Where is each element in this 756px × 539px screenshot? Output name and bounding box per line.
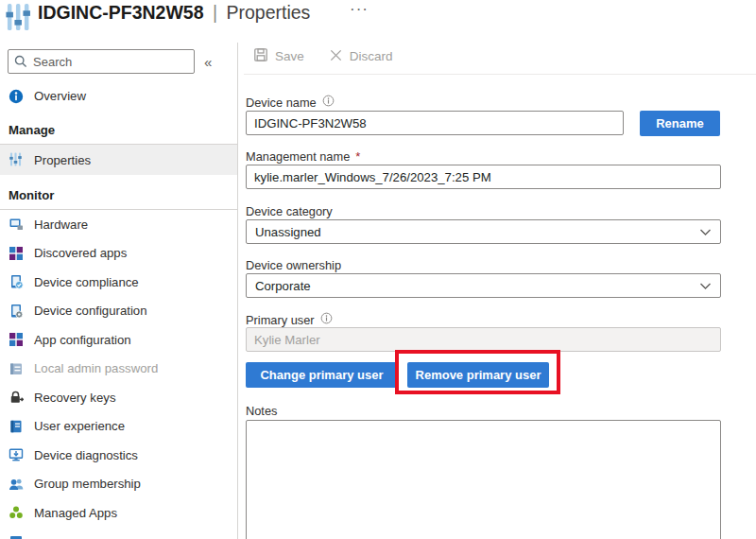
sidebar-item-properties[interactable]: Properties bbox=[0, 145, 237, 175]
sidebar-item-group-membership[interactable]: Group membership bbox=[0, 470, 237, 499]
sidebar-item-label: Discovered apps bbox=[34, 246, 127, 260]
sidebar-item-managed-apps[interactable]: Managed Apps bbox=[0, 498, 237, 528]
sliders-icon bbox=[9, 152, 24, 167]
change-primary-user-button[interactable]: Change primary user bbox=[246, 362, 398, 388]
sidebar-section-manage: Manage bbox=[0, 118, 237, 141]
device-category-value: Unassigned bbox=[255, 225, 321, 239]
sidebar: « Overview Manage bbox=[0, 43, 238, 539]
remove-primary-user-button[interactable]: Remove primary user bbox=[407, 362, 549, 388]
notes-label: Notes bbox=[246, 404, 277, 418]
save-button[interactable]: Save bbox=[253, 47, 304, 65]
management-name-label: Management name * bbox=[246, 149, 360, 164]
sidebar-item-local-admin-password[interactable]: Local admin password bbox=[0, 355, 237, 384]
discard-button[interactable]: Discard bbox=[329, 48, 393, 65]
device-category-label: Device category bbox=[246, 204, 333, 218]
page-title-separator: | bbox=[209, 2, 221, 23]
command-bar: Save Discard bbox=[253, 47, 393, 65]
info-tooltip-icon[interactable] bbox=[322, 95, 335, 110]
sidebar-section-monitor: Monitor bbox=[0, 183, 237, 206]
sidebar-item-hardware[interactable]: Hardware bbox=[0, 210, 237, 239]
notes-textarea[interactable] bbox=[246, 420, 721, 539]
close-icon bbox=[329, 48, 343, 65]
sidebar-item-label: App configuration bbox=[34, 333, 131, 347]
management-name-input[interactable] bbox=[246, 165, 721, 189]
device-ownership-label: Device ownership bbox=[246, 258, 341, 272]
sidebar-item-label: Properties bbox=[34, 153, 91, 167]
info-icon bbox=[9, 89, 24, 104]
chevron-down-icon bbox=[699, 225, 712, 239]
device-properties-page: IDGINC-PF3N2W58 | Properties ··· « bbox=[0, 0, 756, 539]
divider bbox=[244, 74, 756, 75]
device-configuration-icon bbox=[9, 304, 24, 319]
people-icon bbox=[9, 477, 24, 492]
sidebar-item-label: Local admin password bbox=[34, 361, 158, 375]
sidebar-item-overview[interactable]: Overview bbox=[0, 82, 237, 110]
search-input[interactable] bbox=[8, 49, 195, 74]
search-icon bbox=[13, 54, 28, 73]
password-icon bbox=[9, 361, 24, 376]
device-compliance-icon bbox=[9, 274, 24, 289]
sidebar-item-label: Managed Apps bbox=[34, 506, 117, 520]
managed-apps-icon bbox=[9, 505, 24, 520]
sidebar-item-label: User experience bbox=[34, 419, 125, 433]
partial-icon bbox=[9, 534, 24, 539]
sidebar-item-label: Recovery keys bbox=[34, 391, 115, 405]
sidebar-item-partial[interactable] bbox=[0, 528, 237, 539]
chevron-down-icon bbox=[699, 279, 712, 293]
notebook-icon bbox=[9, 419, 24, 434]
sidebar-item-label: Group membership bbox=[34, 477, 141, 491]
sidebar-item-recovery-keys[interactable]: Recovery keys bbox=[0, 383, 237, 412]
diagnostics-icon bbox=[9, 447, 24, 462]
apps-icon bbox=[9, 246, 24, 261]
save-icon bbox=[253, 47, 268, 65]
hardware-icon bbox=[9, 217, 24, 232]
page-title: IDGINC-PF3N2W58 | Properties bbox=[38, 2, 310, 24]
sidebar-item-label: Device compliance bbox=[34, 275, 139, 289]
device-name-label: Device name bbox=[246, 95, 335, 110]
primary-user-label: Primary user bbox=[246, 312, 333, 327]
device-category-dropdown[interactable]: Unassigned bbox=[246, 219, 721, 244]
sidebar-item-device-configuration[interactable]: Device configuration bbox=[0, 297, 237, 326]
sidebar-item-device-diagnostics[interactable]: Device diagnostics bbox=[0, 441, 237, 470]
info-tooltip-icon[interactable] bbox=[320, 312, 333, 327]
page-title-section: Properties bbox=[226, 2, 310, 23]
properties-sliders-icon bbox=[4, 3, 32, 35]
sidebar-item-label: Hardware bbox=[34, 217, 88, 232]
discard-label: Discard bbox=[350, 49, 393, 63]
device-ownership-dropdown[interactable]: Corporate bbox=[246, 273, 721, 298]
page-title-device-name: IDGINC-PF3N2W58 bbox=[38, 2, 204, 23]
app-configuration-icon bbox=[9, 332, 24, 347]
sidebar-item-label: Overview bbox=[34, 89, 86, 103]
primary-user-input bbox=[246, 327, 721, 352]
rename-button[interactable]: Rename bbox=[640, 111, 720, 136]
lock-icon bbox=[9, 390, 24, 405]
sidebar-item-app-configuration[interactable]: App configuration bbox=[0, 325, 237, 355]
device-name-input[interactable] bbox=[246, 111, 624, 135]
sidebar-item-user-experience[interactable]: User experience bbox=[0, 412, 237, 442]
sidebar-item-device-compliance[interactable]: Device compliance bbox=[0, 268, 237, 297]
more-actions-icon[interactable]: ··· bbox=[350, 0, 369, 19]
collapse-sidebar-icon[interactable]: « bbox=[204, 54, 212, 70]
required-asterisk: * bbox=[355, 149, 360, 164]
sidebar-item-label: Device diagnostics bbox=[34, 448, 138, 462]
device-ownership-value: Corporate bbox=[255, 279, 311, 293]
sidebar-item-discovered-apps[interactable]: Discovered apps bbox=[0, 239, 237, 269]
sidebar-item-label: Device configuration bbox=[34, 304, 147, 318]
save-label: Save bbox=[275, 49, 304, 63]
